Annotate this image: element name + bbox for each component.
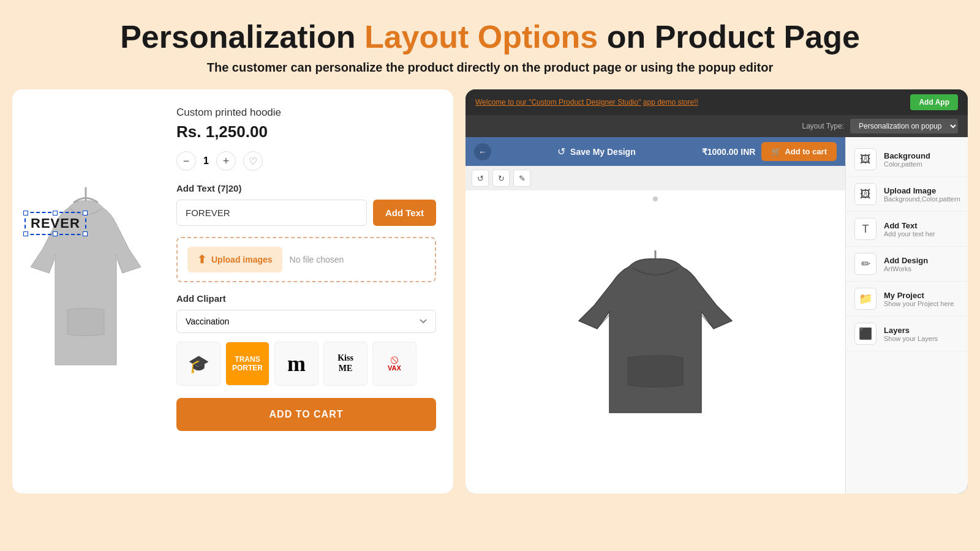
canvas-dot <box>653 197 658 201</box>
edit-tool-button[interactable]: ✎ <box>513 170 530 187</box>
sidebar-item-title-0: Background <box>884 151 930 160</box>
canvas-add-to-cart-button[interactable]: 🛒 Add to cart <box>761 142 837 161</box>
sidebar-item-sub-2: Add your text her <box>884 230 935 238</box>
sidebar-item-icon-3: ✏ <box>854 253 876 275</box>
product-price: Rs. 1,250.00 <box>176 122 436 141</box>
editor-main: ← ↺ Save My Design ₹1000.00 INR 🛒 Add to… <box>466 137 968 493</box>
page-subtitle: The customer can personalize the product… <box>24 61 956 75</box>
product-image-area: REVER <box>12 89 159 493</box>
sidebar-item-background[interactable]: 🖼BackgroundColor,pattern <box>846 142 968 177</box>
upload-icon: ⬆ <box>197 253 206 266</box>
sidebar-item-icon-5: ⬛ <box>854 323 876 345</box>
undo-button[interactable]: ↺ <box>472 170 489 187</box>
clipart-dropdown[interactable]: Vaccination <box>176 310 436 333</box>
sidebar-item-title-4: My Project <box>884 291 954 300</box>
canvas-hoodie-image <box>576 250 735 434</box>
clipart-grid: 🎓 TRANSPORTER m KissME 🚫VAX <box>176 342 436 386</box>
canvas-tools-bar: ↺ ↻ ✎ <box>466 166 845 190</box>
clipart-item-3[interactable]: m <box>274 342 318 386</box>
add-text-section-label: Add Text (7|20) <box>176 183 436 193</box>
product-title: Custom printed hoodie <box>176 107 436 119</box>
cart-icon: 🛒 <box>771 147 781 156</box>
sidebar-item-add-text[interactable]: TAdd TextAdd your text her <box>846 212 968 247</box>
popup-editor-panel: Welcome to our "Custom Product Designer … <box>466 89 968 493</box>
add-to-cart-button[interactable]: ADD TO CART <box>176 398 436 431</box>
quantity-decrease-button[interactable]: − <box>176 151 196 171</box>
save-design-label: Save My Design <box>570 147 636 157</box>
sidebar-item-add-design[interactable]: ✏Add DesignArtWorks <box>846 247 968 282</box>
clipart-item-4[interactable]: KissME <box>323 342 368 386</box>
sidebar-item-sub-1: Background,Color,pattern <box>884 195 960 203</box>
sidebar-item-sub-4: Show your Project here <box>884 300 954 307</box>
sidebar-item-layers[interactable]: ⬛LayersShow your Layers <box>846 317 968 351</box>
canvas-price: ₹1000.00 INR <box>702 147 756 157</box>
editor-toolbar: Layout Type: Personalization on popup <box>466 115 968 137</box>
add-text-button[interactable]: Add Text <box>373 200 436 226</box>
quantity-row: − 1 + ♡ <box>176 151 436 171</box>
product-page-panel: REVER Custom printed hoodie Rs. 1,250.00… <box>12 89 453 493</box>
clipart-item-5[interactable]: 🚫VAX <box>372 342 417 386</box>
product-controls: Custom printed hoodie Rs. 1,250.00 − 1 +… <box>159 89 453 493</box>
sidebar-item-sub-5: Show your Layers <box>884 335 938 342</box>
text-overlay-box[interactable]: REVER <box>24 212 86 235</box>
resize-handle-br[interactable] <box>83 231 88 236</box>
clipart-section-label: Add Clipart <box>176 293 436 304</box>
layout-type-select[interactable]: Personalization on popup <box>850 119 958 133</box>
sidebar-item-icon-0: 🖼 <box>854 148 876 170</box>
sidebar-item-title-5: Layers <box>884 326 938 335</box>
sidebar-item-my-project[interactable]: 📁My ProjectShow your Project here <box>846 282 968 317</box>
upload-btn-label: Upload images <box>211 255 273 264</box>
resize-handle-bm[interactable] <box>53 231 58 236</box>
editor-sidebar: 🖼BackgroundColor,pattern🖼Upload ImageBac… <box>845 137 968 493</box>
sidebar-item-title-1: Upload Image <box>884 186 960 195</box>
editor-canvas-area: ← ↺ Save My Design ₹1000.00 INR 🛒 Add to… <box>466 137 845 493</box>
canvas-top-bar: ← ↺ Save My Design ₹1000.00 INR 🛒 Add to… <box>466 137 845 166</box>
add-app-button[interactable]: Add App <box>910 94 958 110</box>
save-icon: ↺ <box>557 146 565 157</box>
quantity-value: 1 <box>203 156 209 167</box>
text-input-field[interactable] <box>176 200 367 226</box>
resize-handle-tr[interactable] <box>83 211 88 216</box>
save-design-area: ↺ Save My Design <box>557 146 636 157</box>
clipart-item-1[interactable]: 🎓 <box>176 342 221 386</box>
upload-area: ⬆ Upload images No file chosen <box>176 237 436 282</box>
sidebar-item-sub-3: ArtWorks <box>884 265 928 272</box>
upload-images-button[interactable]: ⬆ Upload images <box>187 247 282 272</box>
page-title: Personalization Layout Options on Produc… <box>24 20 956 54</box>
panels-container: REVER Custom printed hoodie Rs. 1,250.00… <box>0 89 980 493</box>
no-file-text: No file chosen <box>290 255 344 264</box>
editor-welcome-link: "Custom Product Designer Studio" <box>529 98 641 107</box>
editor-topbar: Welcome to our "Custom Product Designer … <box>466 89 968 115</box>
canvas-content <box>466 190 845 493</box>
canvas-back-button[interactable]: ← <box>474 143 491 160</box>
sidebar-item-icon-1: 🖼 <box>854 183 876 205</box>
overlay-text: REVER <box>31 216 80 231</box>
resize-handle-tl[interactable] <box>23 211 28 216</box>
sidebar-item-sub-0: Color,pattern <box>884 160 930 168</box>
redo-button[interactable]: ↻ <box>492 170 510 187</box>
sidebar-item-icon-2: T <box>854 218 876 240</box>
text-input-row: Add Text <box>176 200 436 226</box>
layout-type-label: Layout Type: <box>802 122 845 130</box>
sidebar-item-upload-image[interactable]: 🖼Upload ImageBackground,Color,pattern <box>846 177 968 212</box>
sidebar-item-title-3: Add Design <box>884 256 928 265</box>
wishlist-button[interactable]: ♡ <box>243 151 263 171</box>
resize-handle-bl[interactable] <box>23 231 28 236</box>
clipart-item-2[interactable]: TRANSPORTER <box>225 342 270 386</box>
page-header: Personalization Layout Options on Produc… <box>0 0 980 89</box>
sidebar-item-title-2: Add Text <box>884 221 935 230</box>
editor-welcome-text: Welcome to our "Custom Product Designer … <box>475 98 698 107</box>
sidebar-item-icon-4: 📁 <box>854 288 876 310</box>
resize-handle-tm[interactable] <box>53 211 58 216</box>
quantity-increase-button[interactable]: + <box>216 151 236 171</box>
